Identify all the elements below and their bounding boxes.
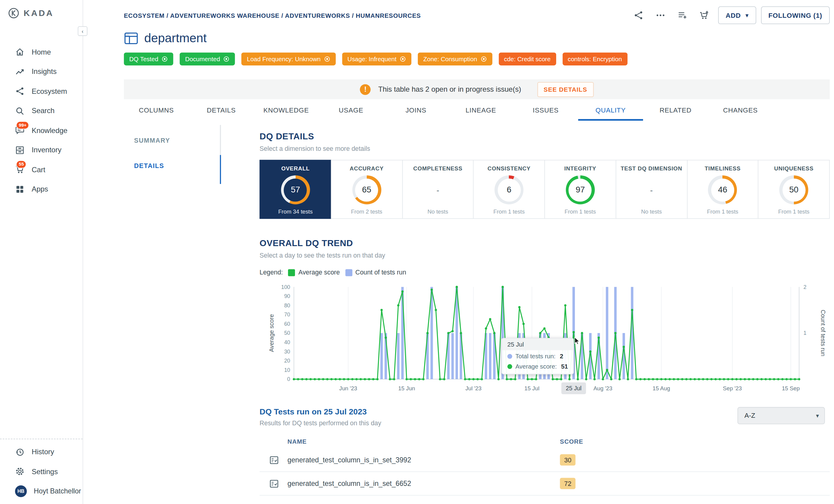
avg-score-point[interactable] — [543, 327, 545, 329]
share-icon[interactable] — [630, 7, 647, 23]
avg-score-point[interactable] — [577, 378, 579, 380]
avg-score-point[interactable] — [702, 378, 704, 380]
avg-score-point[interactable] — [622, 346, 625, 348]
avg-score-point[interactable] — [477, 378, 479, 380]
avg-score-point[interactable] — [497, 378, 500, 380]
avg-score-point[interactable] — [318, 378, 320, 380]
avg-score-point[interactable] — [602, 378, 604, 380]
following-button[interactable]: FOLLOWING (1) — [761, 6, 830, 24]
tab-related[interactable]: RELATED — [643, 100, 708, 120]
avg-score-point[interactable] — [435, 309, 437, 311]
avg-score-point[interactable] — [309, 378, 312, 380]
avg-score-point[interactable] — [694, 378, 696, 380]
avg-score-point[interactable] — [748, 378, 750, 380]
tab-details[interactable]: DETAILS — [189, 100, 254, 120]
avg-score-point[interactable] — [660, 378, 662, 380]
avg-score-point[interactable] — [593, 378, 595, 380]
avg-score-point[interactable] — [673, 378, 675, 380]
avg-score-point[interactable] — [614, 332, 616, 334]
avg-score-point[interactable] — [439, 378, 441, 380]
avg-score-point[interactable] — [568, 378, 570, 380]
avg-score-point[interactable] — [322, 378, 324, 380]
avg-score-point[interactable] — [460, 332, 462, 334]
avg-score-point[interactable] — [485, 327, 487, 329]
avg-score-point[interactable] — [297, 378, 299, 380]
tab-quality[interactable]: QUALITY — [578, 100, 643, 120]
avg-score-point[interactable] — [681, 378, 683, 380]
tag-chip-usage-infrequent[interactable]: Usage: Infrequent — [342, 52, 412, 65]
avg-score-point[interactable] — [522, 323, 525, 325]
avg-score-point[interactable] — [510, 378, 512, 380]
subnav-item-details[interactable]: DETAILS — [124, 158, 260, 174]
sidebar-user[interactable]: HB Hoyt Batchellor — [0, 481, 83, 501]
avg-score-point[interactable] — [364, 378, 366, 380]
avg-score-point[interactable] — [502, 286, 504, 288]
avg-score-point[interactable] — [581, 332, 583, 334]
avg-score-point[interactable] — [773, 378, 775, 380]
avg-score-point[interactable] — [756, 378, 758, 380]
avg-score-point[interactable] — [769, 378, 771, 380]
avg-score-point[interactable] — [393, 378, 395, 380]
avg-score-point[interactable] — [556, 378, 558, 380]
sidebar-item-history[interactable]: History — [0, 442, 83, 462]
avg-score-point[interactable] — [422, 378, 424, 380]
avg-score-point[interactable] — [347, 378, 349, 380]
sort-dropdown[interactable]: A-Z ▾ — [738, 407, 825, 424]
avg-score-point[interactable] — [631, 309, 633, 311]
breadcrumb[interactable]: ECOSYSTEM / ADVENTUREWORKS WAREHOUSE / A… — [124, 12, 421, 18]
avg-score-point[interactable] — [790, 378, 792, 380]
avg-score-point[interactable] — [330, 378, 332, 380]
avg-score-point[interactable] — [489, 318, 491, 320]
tag-chip-controls-encryption[interactable]: controls: Encryption — [562, 52, 627, 65]
tab-usage[interactable]: USAGE — [319, 100, 383, 120]
add-to-list-icon[interactable] — [674, 7, 691, 23]
avg-score-point[interactable] — [443, 378, 445, 380]
avg-score-point[interactable] — [405, 378, 408, 380]
avg-score-point[interactable] — [627, 378, 629, 380]
avg-score-point[interactable] — [643, 378, 645, 380]
avg-score-point[interactable] — [376, 378, 378, 380]
avg-score-point[interactable] — [410, 378, 412, 380]
avg-score-point[interactable] — [786, 378, 788, 380]
tab-lineage[interactable]: LINEAGE — [448, 100, 513, 120]
avg-score-point[interactable] — [706, 378, 708, 380]
avg-score-point[interactable] — [426, 332, 429, 334]
dimension-card-overall[interactable]: OVERALL57From 34 tests — [260, 160, 331, 219]
avg-score-point[interactable] — [731, 378, 733, 380]
avg-score-point[interactable] — [401, 290, 403, 292]
avg-score-point[interactable] — [710, 378, 712, 380]
avg-score-point[interactable] — [781, 378, 783, 380]
avg-score-point[interactable] — [610, 378, 612, 380]
avg-score-point[interactable] — [560, 378, 562, 380]
avg-score-point[interactable] — [677, 378, 679, 380]
avg-score-point[interactable] — [761, 378, 763, 380]
avg-score-point[interactable] — [597, 336, 600, 339]
avg-score-point[interactable] — [606, 369, 608, 371]
avg-score-point[interactable] — [380, 309, 382, 311]
avg-score-point[interactable] — [359, 378, 361, 380]
sidebar-item-apps[interactable]: Apps — [0, 179, 83, 199]
see-details-button[interactable]: SEE DETAILS — [537, 82, 594, 97]
avg-score-point[interactable] — [723, 378, 725, 380]
avg-score-point[interactable] — [531, 378, 533, 380]
avg-score-point[interactable] — [669, 378, 671, 380]
avg-score-point[interactable] — [740, 378, 742, 380]
avg-score-point[interactable] — [355, 378, 357, 380]
more-options-icon[interactable] — [652, 7, 669, 23]
avg-score-point[interactable] — [648, 378, 650, 380]
avg-score-point[interactable] — [752, 378, 754, 380]
avg-score-point[interactable] — [572, 331, 575, 333]
avg-score-point[interactable] — [715, 378, 717, 380]
avg-score-point[interactable] — [418, 378, 420, 380]
avg-score-point[interactable] — [552, 378, 554, 380]
avg-score-point[interactable] — [689, 378, 692, 380]
tests-count-bar[interactable] — [380, 333, 383, 379]
sidebar-item-home[interactable]: Home — [0, 42, 83, 62]
dimension-card-uniqueness[interactable]: UNIQUENESS50From 1 tests — [758, 160, 830, 219]
avg-score-point[interactable] — [473, 378, 475, 380]
add-button[interactable]: ADD ▾ — [718, 6, 756, 24]
avg-score-point[interactable] — [618, 378, 620, 380]
avg-score-point[interactable] — [334, 378, 337, 380]
avg-score-point[interactable] — [719, 378, 721, 380]
avg-score-point[interactable] — [385, 336, 387, 339]
